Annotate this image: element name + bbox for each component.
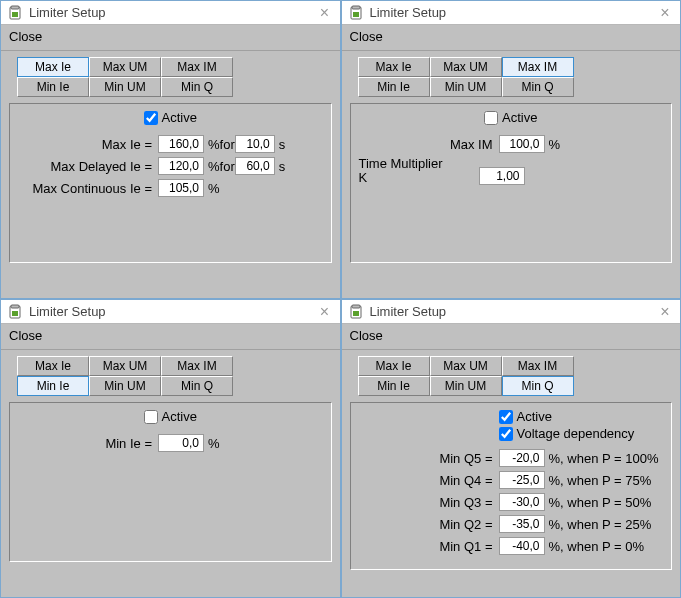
tab-min-q[interactable]: Min Q (502, 77, 574, 97)
param-value[interactable]: 1,00 (479, 167, 525, 185)
param-value[interactable]: 0,0 (158, 434, 204, 452)
param-unit: %for (204, 137, 235, 152)
active-checkbox[interactable] (499, 410, 513, 424)
tab-max-im[interactable]: Max IM (502, 356, 574, 376)
close-menu[interactable]: Close (5, 326, 46, 345)
param-value[interactable]: -20,0 (499, 449, 545, 467)
close-icon[interactable]: × (316, 304, 334, 320)
settings-frame: ActiveVoltage dependencyMin Q5 =-20,0%, … (350, 402, 673, 570)
active-checkbox[interactable] (484, 111, 498, 125)
param-row: Max Continuous Ie =105,0% (18, 179, 323, 197)
param-label: Max Delayed Ie = (18, 159, 158, 174)
param-label: Max IM (359, 137, 499, 152)
tab-max-im[interactable]: Max IM (161, 356, 233, 376)
param-label: Min Q4 = (359, 473, 499, 488)
settings-frame: ActiveMin Ie =0,0% (9, 402, 332, 562)
close-icon[interactable]: × (316, 5, 334, 21)
param-row: Max IM100,0% (359, 135, 664, 153)
panel-body: Max IeMax UMMax IMMin IeMin UMMin QActiv… (342, 51, 681, 298)
tab-max-um[interactable]: Max UM (89, 356, 161, 376)
param-unit: % (204, 436, 220, 451)
param-value[interactable]: -35,0 (499, 515, 545, 533)
tab-min-q[interactable]: Min Q (161, 376, 233, 396)
app-icon (348, 304, 364, 320)
tab-max-ie[interactable]: Max Ie (17, 57, 89, 77)
param-value[interactable]: -40,0 (499, 537, 545, 555)
tab-max-ie[interactable]: Max Ie (358, 57, 430, 77)
param-label: Max Continuous Ie = (18, 181, 158, 196)
param-tail: s (275, 159, 286, 174)
param-value[interactable]: -30,0 (499, 493, 545, 511)
tab-max-im[interactable]: Max IM (502, 57, 574, 77)
param-value[interactable]: 160,0 (158, 135, 204, 153)
voltage-dependency-label: Voltage dependency (517, 426, 635, 441)
active-checkbox[interactable] (144, 410, 158, 424)
svg-rect-1 (11, 6, 19, 9)
param-value[interactable]: 105,0 (158, 179, 204, 197)
tab-max-ie[interactable]: Max Ie (17, 356, 89, 376)
param-label: Min Ie = (18, 436, 158, 451)
svg-rect-2 (12, 12, 18, 17)
param-row: Max Delayed Ie =120,0%for60,0s (18, 157, 323, 175)
tab-strip: Max IeMax UMMax IMMin IeMin UMMin Q (17, 356, 332, 396)
close-icon[interactable]: × (656, 5, 674, 21)
close-icon[interactable]: × (656, 304, 674, 320)
settings-frame: ActiveMax Ie =160,0%for10,0sMax Delayed … (9, 103, 332, 263)
param-unit: %, when P = 100% (545, 451, 659, 466)
tab-min-q[interactable]: Min Q (502, 376, 574, 396)
tab-max-um[interactable]: Max UM (430, 57, 502, 77)
param-row: Min Q3 =-30,0%, when P = 50% (359, 493, 664, 511)
tab-min-ie[interactable]: Min Ie (358, 77, 430, 97)
param-value[interactable]: -25,0 (499, 471, 545, 489)
tab-min-ie[interactable]: Min Ie (358, 376, 430, 396)
param-label: Min Q5 = (359, 451, 499, 466)
panel-body: Max IeMax UMMax IMMin IeMin UMMin QActiv… (1, 51, 340, 298)
param-label: Min Q2 = (359, 517, 499, 532)
tab-min-q[interactable]: Min Q (161, 77, 233, 97)
titlebar: Limiter Setup× (1, 1, 340, 25)
limiter-panel-3: Limiter Setup×CloseMax IeMax UMMax IMMin… (341, 299, 682, 598)
close-menu[interactable]: Close (5, 27, 46, 46)
tab-min-um[interactable]: Min UM (89, 376, 161, 396)
window-title: Limiter Setup (370, 5, 651, 20)
active-label: Active (502, 110, 537, 125)
param-row: Min Q4 =-25,0%, when P = 75% (359, 471, 664, 489)
tab-strip: Max IeMax UMMax IMMin IeMin UMMin Q (358, 57, 673, 97)
tab-strip: Max IeMax UMMax IMMin IeMin UMMin Q (358, 356, 673, 396)
param-unit: % (545, 137, 561, 152)
menubar: Close (342, 25, 681, 51)
app-icon (348, 5, 364, 21)
titlebar: Limiter Setup× (1, 300, 340, 324)
param-value[interactable]: 100,0 (499, 135, 545, 153)
tab-min-um[interactable]: Min UM (430, 77, 502, 97)
panel-body: Max IeMax UMMax IMMin IeMin UMMin QActiv… (342, 350, 681, 597)
menubar: Close (1, 25, 340, 51)
param-unit: %, when P = 75% (545, 473, 652, 488)
tab-min-ie[interactable]: Min Ie (17, 77, 89, 97)
param-unit: %, when P = 25% (545, 517, 652, 532)
param-unit: %, when P = 50% (545, 495, 652, 510)
tab-max-im[interactable]: Max IM (161, 57, 233, 77)
menubar: Close (342, 324, 681, 350)
tab-min-ie[interactable]: Min Ie (17, 376, 89, 396)
tab-min-um[interactable]: Min UM (89, 77, 161, 97)
tab-max-um[interactable]: Max UM (430, 356, 502, 376)
param-value-2[interactable]: 10,0 (235, 135, 275, 153)
close-menu[interactable]: Close (346, 27, 387, 46)
tab-max-um[interactable]: Max UM (89, 57, 161, 77)
app-icon (7, 304, 23, 320)
voltage-dependency-checkbox[interactable] (499, 427, 513, 441)
param-label: Max Ie = (18, 137, 158, 152)
tab-max-ie[interactable]: Max Ie (358, 356, 430, 376)
window-title: Limiter Setup (29, 304, 310, 319)
menubar: Close (1, 324, 340, 350)
window-title: Limiter Setup (370, 304, 651, 319)
param-unit: %, when P = 0% (545, 539, 645, 554)
tab-strip: Max IeMax UMMax IMMin IeMin UMMin Q (17, 57, 332, 97)
close-menu[interactable]: Close (346, 326, 387, 345)
active-checkbox[interactable] (144, 111, 158, 125)
param-value[interactable]: 120,0 (158, 157, 204, 175)
param-unit: % (204, 181, 220, 196)
param-value-2[interactable]: 60,0 (235, 157, 275, 175)
tab-min-um[interactable]: Min UM (430, 376, 502, 396)
